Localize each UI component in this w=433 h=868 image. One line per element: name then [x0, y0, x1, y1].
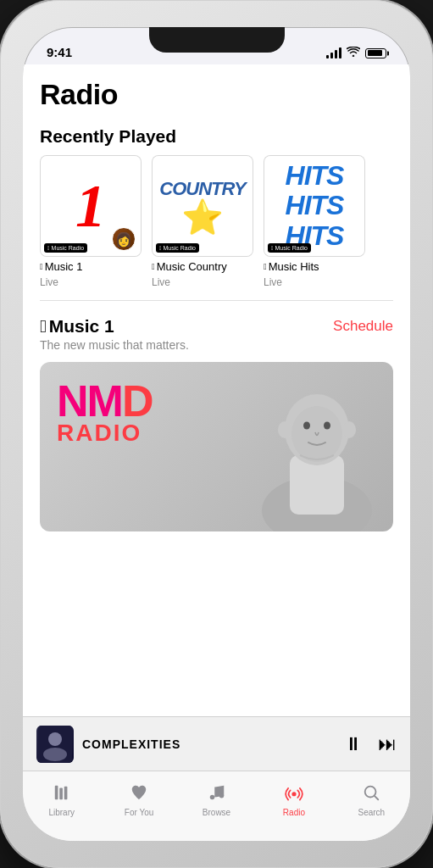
nmd-radio-banner[interactable]: NMD RADIO — [40, 362, 393, 531]
nmd-person-image — [241, 362, 393, 531]
now-playing-bar[interactable]: COMPLEXITIES ⏸ ⏭ — [23, 716, 410, 771]
music-note-icon — [208, 783, 226, 805]
country-star: ⭐ — [181, 200, 224, 234]
hits-card-image: HITS HITS HITS  Music Radio — [264, 155, 365, 257]
svg-point-10 — [48, 732, 62, 746]
wifi-icon — [347, 47, 360, 59]
apple-music-1-subtitle: The new music that matters. — [40, 338, 393, 352]
apple-music-1-header:  Music 1 Schedule — [40, 316, 393, 337]
svg-point-7 — [278, 421, 291, 438]
music1-card-label:  Music 1 — [40, 260, 142, 273]
hits-badge:  Music Radio — [268, 243, 311, 253]
country-card-sublabel: Live — [152, 276, 253, 288]
scrollable-area[interactable]: Radio Recently Played 1  — [23, 64, 410, 716]
svg-point-16 — [219, 793, 224, 798]
radio-icon — [284, 783, 304, 805]
tab-foryou-label: For You — [125, 808, 153, 817]
skip-forward-button[interactable]: ⏭ — [378, 735, 397, 754]
tab-radio-label: Radio — [283, 808, 305, 817]
country-badge:  Music Radio — [156, 243, 199, 253]
now-playing-title: COMPLEXITIES — [82, 737, 336, 751]
music1-number: 1 — [75, 175, 106, 236]
country-text: COUNTRY — [159, 178, 245, 200]
music1-card[interactable]: 1  Music Radio 👩 — [40, 155, 142, 288]
nmd-radio-text: RADIO — [57, 420, 152, 447]
country-card-image: COUNTRY ⭐  Music Radio — [152, 155, 253, 257]
music1-card-image: 1  Music Radio 👩 — [40, 155, 142, 257]
search-icon — [362, 783, 380, 805]
now-playing-controls: ⏸ ⏭ — [344, 735, 397, 754]
heart-icon — [130, 783, 148, 805]
svg-point-6 — [324, 422, 330, 430]
nmd-title: NMD — [57, 379, 152, 423]
svg-line-19 — [375, 796, 378, 799]
phone-screen: 9:41 — [23, 27, 410, 841]
music1-card-sublabel: Live — [40, 276, 142, 288]
svg-point-11 — [43, 748, 67, 761]
svg-point-4 — [291, 406, 342, 462]
signal-icon — [326, 47, 341, 58]
section-divider — [40, 300, 393, 301]
hits-card[interactable]: HITS HITS HITS  Music Radio — [264, 155, 365, 288]
tab-bar: Library For You — [23, 771, 410, 841]
svg-point-8 — [342, 421, 356, 438]
svg-point-5 — [303, 422, 310, 430]
hits-card-label:  Music Hits — [264, 260, 365, 273]
svg-rect-13 — [59, 788, 63, 800]
screen-content: Radio Recently Played 1  — [23, 64, 410, 841]
battery-icon — [365, 48, 386, 58]
page-title: Radio — [40, 78, 393, 111]
apple-music-1-title:  Music 1 — [40, 316, 114, 337]
notch — [149, 27, 285, 53]
svg-point-17 — [291, 792, 296, 796]
status-time: 9:41 — [47, 45, 72, 59]
svg-rect-14 — [64, 787, 67, 800]
schedule-button[interactable]: Schedule — [333, 318, 393, 335]
country-card-label:  Music Country — [152, 260, 253, 273]
tab-browse-label: Browse — [203, 808, 230, 817]
svg-point-15 — [209, 795, 214, 800]
tab-library-label: Library — [48, 808, 75, 817]
page-header: Radio — [23, 64, 410, 118]
pause-button[interactable]: ⏸ — [344, 735, 363, 754]
phone-frame: 9:41 — [0, 0, 433, 868]
country-card[interactable]: COUNTRY ⭐  Music Radio  Music Country — [152, 155, 253, 288]
tab-library[interactable]: Library — [23, 783, 100, 817]
radio-cards-row: 1  Music Radio 👩 — [23, 155, 410, 288]
now-playing-thumbnail — [36, 726, 74, 763]
avatar-circle: 👩 — [112, 227, 136, 251]
tab-foryou[interactable]: For You — [100, 783, 177, 817]
hits-card-sublabel: Live — [264, 276, 365, 288]
tab-radio[interactable]: Radio — [255, 783, 332, 817]
tab-search-label: Search — [358, 808, 385, 817]
apple-music-1-section:  Music 1 Schedule The new music that ma… — [23, 308, 410, 531]
tab-browse[interactable]: Browse — [178, 783, 255, 817]
tab-search[interactable]: Search — [333, 783, 410, 817]
library-icon — [53, 783, 71, 805]
recently-played-section: Recently Played 1  Music Radio — [23, 118, 410, 293]
music1-badge:  Music Radio — [44, 243, 87, 253]
nmd-text-block: NMD RADIO — [57, 379, 152, 447]
now-playing-info: COMPLEXITIES — [82, 737, 336, 751]
recently-played-title: Recently Played — [23, 126, 410, 147]
svg-rect-12 — [54, 786, 58, 800]
status-icons — [326, 47, 386, 59]
